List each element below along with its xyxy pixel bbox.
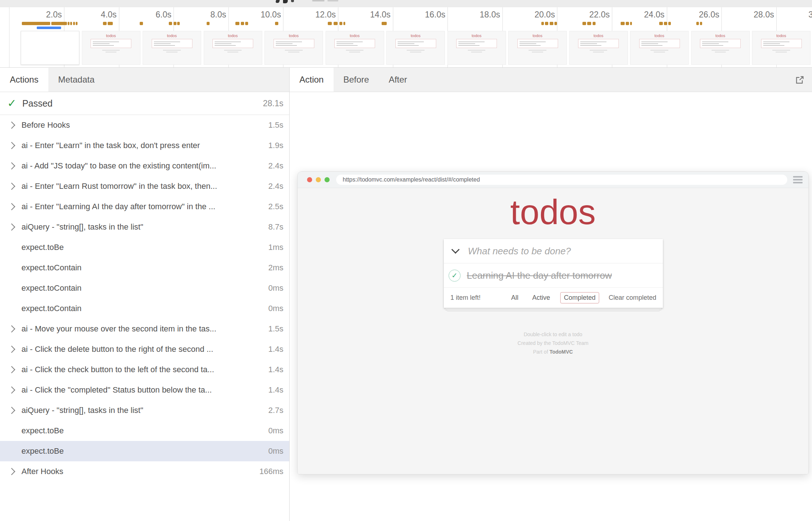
timeline-action-marker[interactable] xyxy=(334,22,338,25)
timeline-action-marker[interactable] xyxy=(177,22,180,25)
filmstrip-thumbnail[interactable]: todos xyxy=(447,31,506,65)
filmstrip-thumbnail[interactable] xyxy=(21,31,79,65)
filmstrip-thumbnail[interactable]: todos xyxy=(508,31,567,65)
timeline-action-marker[interactable] xyxy=(76,22,77,25)
action-row[interactable]: expect.toContain2ms xyxy=(0,258,289,278)
timeline-action-marker[interactable] xyxy=(545,22,548,25)
chevron-right-icon[interactable] xyxy=(8,203,15,210)
timeline-action-marker[interactable] xyxy=(174,22,176,25)
todo-item[interactable]: ✓ Learning AI the day after tomorrow xyxy=(444,263,663,288)
filmstrip-thumbnail[interactable]: todos xyxy=(630,31,689,65)
chevron-right-icon[interactable] xyxy=(8,366,15,373)
timeline-action-marker[interactable] xyxy=(696,22,699,25)
filmstrip-thumbnail[interactable]: todos xyxy=(264,31,323,65)
action-row[interactable]: ai - Add "JS today" to base on the exist… xyxy=(0,156,289,176)
filmstrip-thumbnail[interactable]: todos xyxy=(386,31,445,65)
timeline-action-marker[interactable] xyxy=(550,22,553,25)
timeline-action-marker[interactable] xyxy=(626,22,629,25)
filmstrip-thumbnail[interactable]: todos xyxy=(204,31,262,65)
action-row[interactable]: ai - Click the "completed" Status button… xyxy=(0,380,289,400)
filter-active[interactable]: Active xyxy=(529,292,554,303)
timeline-action-marker[interactable] xyxy=(700,22,702,25)
timeline-action-marker[interactable] xyxy=(554,22,557,25)
action-row[interactable]: expect.toBe1ms xyxy=(0,237,289,258)
action-row[interactable]: ai - Enter "Learn Rust tomorrow" in the … xyxy=(0,176,289,196)
timeline-action-marker[interactable] xyxy=(328,22,332,25)
chevron-right-icon[interactable] xyxy=(8,162,15,170)
chevron-right-icon[interactable] xyxy=(8,183,15,190)
action-row[interactable]: After Hooks166ms xyxy=(0,461,289,482)
tab-metadata[interactable]: Metadata xyxy=(48,68,104,92)
filmstrip-thumbnail[interactable]: todos xyxy=(569,31,628,65)
timeline-action-marker[interactable] xyxy=(68,22,69,25)
todo-toggle-checked-icon[interactable]: ✓ xyxy=(449,270,461,282)
chevron-right-icon[interactable] xyxy=(8,223,15,231)
timeline-action-marker[interactable] xyxy=(343,22,345,25)
timeline-action-marker[interactable] xyxy=(630,22,632,25)
tab-action[interactable]: Action xyxy=(290,68,334,92)
timeline-action-marker[interactable] xyxy=(207,22,210,25)
chevron-right-icon[interactable] xyxy=(8,122,15,129)
timeline-action-marker[interactable] xyxy=(587,22,591,25)
action-row[interactable]: Before Hooks1.5s xyxy=(0,115,289,135)
timeline-action-marker[interactable] xyxy=(668,22,671,25)
action-row[interactable]: expect.toContain0ms xyxy=(0,298,289,319)
timeline-action-marker[interactable] xyxy=(275,22,278,25)
chevron-right-icon[interactable] xyxy=(8,325,15,333)
timeline-action-marker[interactable] xyxy=(241,22,244,25)
action-row[interactable]: expect.toContain0ms xyxy=(0,278,289,298)
thumbnail-text-line xyxy=(154,45,175,46)
action-row[interactable]: ai - Click the delete button to the righ… xyxy=(0,339,289,359)
timeline-action-marker[interactable] xyxy=(169,22,172,25)
action-row[interactable]: expect.toBe0ms xyxy=(0,421,289,441)
action-row[interactable]: ai - Enter "Learn" in the task box, don'… xyxy=(0,135,289,156)
chevron-right-icon[interactable] xyxy=(8,386,15,394)
action-duration: 1.4s xyxy=(268,385,283,395)
timeline-action-marker[interactable] xyxy=(593,22,596,25)
filmstrip-thumbnail[interactable]: todos xyxy=(143,31,201,65)
timeline-action-marker[interactable] xyxy=(541,22,544,25)
timeline-action-marker[interactable] xyxy=(664,22,667,25)
filmstrip-thumbnail[interactable]: todos xyxy=(752,31,811,65)
timeline[interactable]: 2.0s4.0s6.0s8.0s10.0s12.0s14.0s16.0s18.0… xyxy=(0,7,812,68)
chevron-right-icon[interactable] xyxy=(8,142,15,149)
timeline-action-marker[interactable] xyxy=(621,22,625,25)
timeline-action-marker[interactable] xyxy=(51,22,67,25)
timeline-action-marker[interactable] xyxy=(140,22,143,25)
timeline-action-marker[interactable] xyxy=(70,22,72,25)
action-row[interactable]: ai - Move your mouse over the second ite… xyxy=(0,319,289,339)
timeline-action-marker[interactable] xyxy=(582,22,586,25)
timeline-action-marker[interactable] xyxy=(22,22,50,25)
new-todo-input[interactable]: What needs to be done? xyxy=(444,239,663,263)
action-row[interactable]: aiQuery - "string[], tasks in the list"8… xyxy=(0,217,289,237)
timeline-action-marker[interactable] xyxy=(382,22,387,25)
test-status-row[interactable]: ✓ Passed 28.1s xyxy=(0,92,289,115)
tab-after[interactable]: After xyxy=(379,68,417,92)
timeline-action-marker[interactable] xyxy=(245,22,248,25)
action-row[interactable]: aiQuery - "string[], tasks in the list"2… xyxy=(0,400,289,421)
tab-before[interactable]: Before xyxy=(334,68,379,92)
timeline-action-marker[interactable] xyxy=(108,22,113,25)
action-row[interactable]: ai - Click the check button to the left … xyxy=(0,359,289,380)
timeline-selected-range[interactable] xyxy=(37,27,61,29)
filmstrip-thumbnail[interactable]: todos xyxy=(82,31,140,65)
filmstrip-thumbnail[interactable]: todos xyxy=(326,31,384,65)
toggle-all-chevron-icon[interactable] xyxy=(451,246,460,254)
chevron-right-icon[interactable] xyxy=(8,468,15,475)
timeline-action-marker[interactable] xyxy=(73,22,75,25)
action-row[interactable]: expect.toBe0ms xyxy=(0,441,289,461)
open-in-new-window-icon[interactable] xyxy=(795,68,805,92)
filter-completed[interactable]: Completed xyxy=(560,292,599,303)
timeline-action-marker[interactable] xyxy=(659,22,663,25)
filmstrip-thumbnail[interactable]: todos xyxy=(691,31,750,65)
timeline-action-marker[interactable] xyxy=(103,22,107,25)
timeline-action-marker[interactable] xyxy=(339,22,342,25)
clear-completed-button[interactable]: Clear completed xyxy=(609,294,656,302)
tab-actions[interactable]: Actions xyxy=(0,68,48,92)
filter-all[interactable]: All xyxy=(508,292,522,303)
chevron-right-icon[interactable] xyxy=(8,346,15,353)
action-row[interactable]: ai - Enter "Learning AI the day after to… xyxy=(0,196,289,217)
chevron-right-icon[interactable] xyxy=(8,407,15,414)
thumbnail-text-line xyxy=(227,52,238,52)
timeline-action-marker[interactable] xyxy=(235,22,239,25)
